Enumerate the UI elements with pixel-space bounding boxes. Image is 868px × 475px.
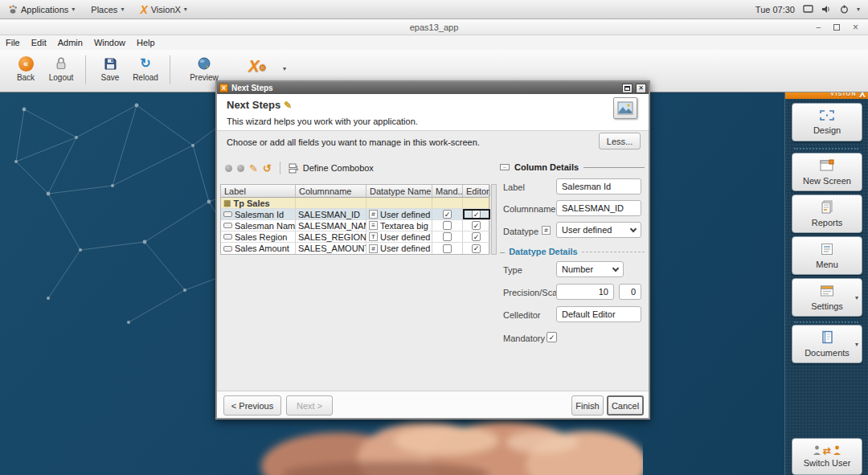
logout-button[interactable]: Logout — [43, 54, 79, 84]
places-menu[interactable]: Places ▾ — [83, 0, 132, 18]
edit-icon[interactable]: ✎ — [249, 163, 258, 174]
label-input[interactable] — [556, 178, 641, 195]
editor-checkbox[interactable]: ✓ — [472, 221, 481, 230]
mandatory-checkbox[interactable]: ✓ — [547, 332, 557, 342]
table-row[interactable]: Salesman Name SALESMAN_NAME ≡Textarea bi… — [221, 220, 489, 231]
datatype-details-header: – Datatype Details — [500, 247, 645, 256]
chevron-down-icon[interactable]: ▾ — [855, 294, 858, 301]
sidebar-button-label: Documents — [805, 348, 850, 358]
col-header-datatype[interactable]: Datatype Name — [366, 185, 432, 197]
design-icon — [819, 109, 835, 123]
chevron-down-icon[interactable]: ▾ — [283, 65, 286, 72]
col-header-columnname[interactable]: Columnname — [296, 185, 366, 197]
dialog-title: Next Steps — [231, 84, 619, 92]
sidebar-separator — [794, 321, 858, 323]
collapse-panel-icon[interactable]: – — [500, 164, 510, 170]
settings-icon — [819, 285, 835, 299]
dialog-close-button[interactable]: ✕ — [636, 84, 646, 93]
table-row[interactable]: Salesman Id SALESMAN_ID #User defined ✓ … — [221, 209, 489, 220]
chevron-down-icon: ▾ — [72, 6, 75, 13]
mandatory-checkbox[interactable] — [443, 221, 452, 230]
col-header-editor[interactable]: Editor — [463, 185, 490, 197]
less-button[interactable]: Less... — [599, 133, 641, 149]
number-datatype-icon: # — [542, 226, 551, 235]
sidebar-button-reports[interactable]: Reports — [792, 195, 862, 233]
maximize-button[interactable] — [833, 24, 840, 31]
dialog-title-bar[interactable]: X Next Steps ✕ — [217, 82, 649, 94]
menu-edit[interactable]: Edit — [26, 38, 52, 47]
next-steps-dialog: X Next Steps ✕ Next Steps✎ This wizard h… — [215, 80, 650, 420]
close-button[interactable]: × — [853, 22, 858, 33]
cell-datatype: User defined — [380, 244, 430, 253]
columnname-input[interactable] — [556, 200, 641, 216]
celleditor-input[interactable] — [556, 306, 641, 322]
sidebar-button-design[interactable]: Design — [792, 103, 862, 141]
reload-button[interactable]: ↻ Reload — [128, 54, 163, 84]
dialog-visionx-icon: X — [219, 84, 228, 92]
visionx-tool-button[interactable]: X⚙ — [236, 54, 272, 78]
dialog-maximize-button[interactable] — [622, 84, 633, 93]
cell-columnname: SALESMAN_NAME — [298, 221, 366, 231]
switch-user-button[interactable]: ⇄ Switch User — [792, 438, 862, 475]
preview-button[interactable]: Preview — [186, 54, 222, 84]
visionx-logo-icon: X — [140, 3, 147, 16]
power-icon[interactable] — [840, 5, 849, 14]
display-icon[interactable] — [803, 5, 813, 14]
col-header-label[interactable]: Label — [221, 185, 296, 197]
mandatory-checkbox[interactable] — [443, 232, 452, 241]
visionx-menu[interactable]: X VisionX ▾ — [132, 0, 194, 18]
previous-button[interactable]: < Previous — [223, 395, 281, 416]
group-label: Tp Sales — [233, 199, 269, 208]
preview-icon — [197, 55, 211, 72]
visionx-gear-icon: X⚙ — [248, 58, 259, 74]
applications-menu[interactable]: Applications ▾ — [0, 0, 83, 18]
editor-checkbox[interactable]: ✓ — [472, 244, 481, 253]
mandatory-field-label: Mandatory — [503, 334, 545, 343]
col-header-mandatory[interactable]: Mand... — [432, 185, 463, 197]
editor-checkbox[interactable]: ✓ — [472, 232, 481, 241]
system-tray: Tue 07:30 ▾ — [755, 5, 868, 14]
cell-columnname: SALES_AMOUNT — [298, 244, 366, 253]
remove-row-icon — [237, 165, 244, 172]
datatype-combobox[interactable]: User defined — [556, 222, 641, 238]
menu-admin[interactable]: Admin — [52, 38, 88, 47]
type-field-label: Type — [503, 265, 522, 275]
menu-help[interactable]: Help — [131, 38, 161, 47]
collapse-dash-icon[interactable]: – — [500, 247, 505, 256]
sidebar-button-menu[interactable]: Menu — [792, 236, 862, 275]
pencil-icon: ✎ — [284, 100, 292, 111]
wizard-subtitle: This wizard helps you work with your app… — [227, 117, 418, 126]
scale-input[interactable] — [619, 284, 641, 300]
menu-window[interactable]: Window — [88, 38, 131, 47]
mandatory-checkbox[interactable]: ✓ — [443, 210, 452, 219]
sidebar-button-settings[interactable]: Settings ▾ — [792, 278, 862, 317]
chevron-down-icon[interactable]: ▾ — [855, 341, 858, 348]
editor-checkbox[interactable]: ✓ — [472, 210, 481, 219]
save-button[interactable]: Save — [92, 54, 128, 84]
chevron-down-icon[interactable]: ▾ — [857, 6, 860, 13]
finish-button[interactable]: Finish — [571, 395, 604, 416]
back-button[interactable]: « Back — [8, 54, 43, 84]
mandatory-checkbox[interactable] — [443, 244, 452, 253]
precision-input[interactable] — [556, 284, 614, 300]
table-group-row[interactable]: ▦Tp Sales — [221, 198, 489, 209]
back-label: Back — [17, 73, 35, 82]
table-row[interactable]: Sales Amount SALES_AMOUNT #User defined … — [221, 243, 489, 254]
sidebar-button-documents[interactable]: Documents ▾ — [792, 325, 862, 363]
type-combobox[interactable]: Number — [556, 261, 624, 277]
undo-icon[interactable]: ↺ — [263, 163, 272, 174]
cell-datatype: User defined — [380, 210, 430, 219]
toolbar-separator — [280, 162, 280, 174]
save-icon — [104, 55, 117, 72]
table-scrollbar[interactable] — [491, 184, 497, 255]
table-row[interactable]: Sales Region SALES_REGION TUser defined … — [221, 231, 489, 243]
cell-label: Salesman Id — [235, 210, 284, 219]
minimize-button[interactable]: – — [816, 23, 821, 31]
cancel-button[interactable]: Cancel — [607, 395, 644, 416]
define-combobox-button[interactable]: Define Combobox — [289, 163, 374, 174]
volume-icon[interactable] — [821, 5, 832, 14]
menu-file[interactable]: File — [0, 38, 26, 47]
define-combobox-label: Define Combobox — [303, 163, 374, 173]
sidebar-button-new-screen[interactable]: New Screen — [792, 153, 862, 191]
wizard-image-button[interactable] — [613, 97, 637, 119]
